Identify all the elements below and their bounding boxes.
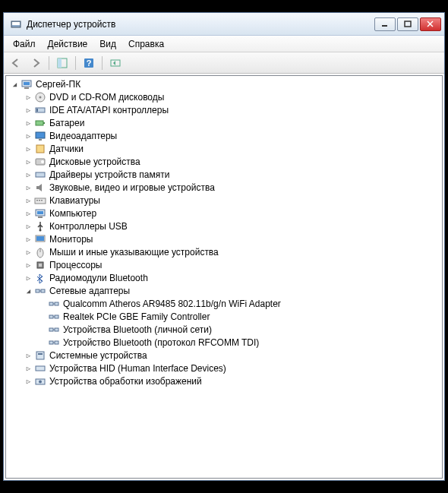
tree-category-node[interactable]: ▷ Батареи xyxy=(8,116,440,129)
expand-icon[interactable]: ▷ xyxy=(23,233,34,245)
svg-rect-47 xyxy=(55,315,58,318)
toolbar-separator xyxy=(49,56,49,70)
expand-icon[interactable]: ▷ xyxy=(23,246,34,258)
svg-rect-44 xyxy=(55,302,58,305)
expand-icon[interactable]: ▷ xyxy=(23,117,34,128)
tree-node-label: IDE ATA/ATAPI контроллеры xyxy=(49,105,169,115)
svg-rect-29 xyxy=(41,200,43,201)
tree-category-node[interactable]: ▷ Клавиатуры xyxy=(8,194,440,207)
expand-icon[interactable]: ▷ xyxy=(23,362,34,374)
tree-device-node[interactable]: Realtek PCIe GBE Family Controller xyxy=(8,310,440,323)
network-adapter-icon xyxy=(48,324,60,336)
expand-icon[interactable]: ▷ xyxy=(23,349,34,361)
expand-icon[interactable]: ▷ xyxy=(23,259,34,270)
tree-node-label: Устройства HID (Human Interface Devices) xyxy=(49,363,226,374)
tree-node-label: Устройства обработки изображений xyxy=(49,376,202,387)
tree-category-node[interactable]: ▷ Датчики xyxy=(8,142,440,155)
svg-rect-55 xyxy=(36,352,44,359)
imaging-icon xyxy=(34,375,46,387)
tree-category-node[interactable]: ▷ Процессоры xyxy=(8,258,440,271)
expand-icon[interactable]: ▷ xyxy=(23,143,34,154)
tree-node-label: Процессоры xyxy=(49,260,103,270)
tree-node-label: Дисковые устройства xyxy=(49,156,140,167)
collapse-icon[interactable]: ◢ xyxy=(23,285,34,296)
tree-root-node[interactable]: ◢ Сергей-ПК xyxy=(8,77,440,90)
expand-icon[interactable]: ▷ xyxy=(23,91,34,103)
tree-node-label: DVD и CD-ROM дисководы xyxy=(49,92,164,103)
tree-category-node[interactable]: ▷ Устройства HID (Human Interface Device… xyxy=(8,362,440,374)
tree-node-label: Звуковые, видео и игровые устройства xyxy=(49,182,215,193)
tree-category-node[interactable]: ▷ IDE ATA/ATAPI контроллеры xyxy=(8,103,440,116)
svg-rect-25 xyxy=(36,172,45,177)
menu-view[interactable]: Вид xyxy=(93,37,122,51)
expand-icon[interactable]: ▷ xyxy=(23,104,34,115)
tree-category-node[interactable]: ▷ Устройства обработки изображений xyxy=(8,374,440,387)
svg-rect-57 xyxy=(36,366,45,371)
svg-rect-13 xyxy=(24,87,29,89)
device-tree[interactable]: ◢ Сергей-ПК ▷ DVD и CD-ROM дисководы ▷ I… xyxy=(5,75,443,479)
expand-icon[interactable]: ▷ xyxy=(23,169,34,180)
menu-help[interactable]: Справка xyxy=(122,37,170,51)
svg-rect-46 xyxy=(49,315,53,318)
expand-icon[interactable]: ▷ xyxy=(23,182,34,193)
tree-node-label: Устройство Bluetooth (протокол RFCOMM TD… xyxy=(63,337,259,348)
tree-category-node[interactable]: ▷ Видеоадаптеры xyxy=(8,129,440,142)
tree-category-node[interactable]: ▷ Радиомодули Bluetooth xyxy=(8,271,440,284)
menu-file[interactable]: Файл xyxy=(7,37,42,51)
tree-node-label: Qualcomm Atheros AR9485 802.11b/g/n WiFi… xyxy=(63,299,281,309)
usb-icon xyxy=(34,220,46,232)
tree-device-node[interactable]: Устройства Bluetooth (личной сети) xyxy=(8,323,440,336)
svg-point-15 xyxy=(39,96,42,98)
tree-category-node[interactable]: ▷ Системные устройства xyxy=(8,349,440,362)
maximize-button[interactable] xyxy=(397,17,418,31)
tree-device-node[interactable]: Устройство Bluetooth (протокол RFCOMM TD… xyxy=(8,336,440,349)
close-button[interactable] xyxy=(420,17,441,31)
mouse-icon xyxy=(34,246,46,258)
svg-point-33 xyxy=(39,229,42,231)
network-adapter-icon xyxy=(48,311,60,323)
tree-category-node[interactable]: ◢ Сетевые адаптеры xyxy=(8,284,440,297)
tree-node-label: Мыши и иные указывающие устройства xyxy=(49,247,219,258)
tree-node-label: Компьютер xyxy=(49,208,96,219)
tree-node-label: Видеоадаптеры xyxy=(49,131,117,141)
window-controls xyxy=(374,17,441,31)
expand-icon[interactable]: ▷ xyxy=(23,375,34,387)
svg-rect-50 xyxy=(55,328,58,331)
svg-rect-53 xyxy=(55,341,58,344)
expand-icon[interactable]: ▷ xyxy=(23,130,34,141)
menu-action[interactable]: Действие xyxy=(42,37,94,51)
toolbar: ? xyxy=(4,52,444,74)
back-button[interactable] xyxy=(7,55,25,71)
tree-category-node[interactable]: ▷ Дисковые устройства xyxy=(8,155,440,168)
svg-rect-49 xyxy=(49,328,53,331)
svg-rect-41 xyxy=(41,289,45,292)
tree-category-node[interactable]: ▷ Мыши и иные указывающие устройства xyxy=(8,245,440,258)
expand-icon[interactable]: ▷ xyxy=(23,272,34,283)
hid-icon xyxy=(34,362,46,374)
collapse-icon[interactable]: ◢ xyxy=(9,78,21,90)
bluetooth-icon xyxy=(34,272,46,284)
tree-node-label: Батареи xyxy=(49,118,84,128)
tree-node-label: Мониторы xyxy=(49,234,93,245)
tree-category-node[interactable]: ▷ Компьютер xyxy=(8,207,440,220)
tree-category-node[interactable]: ▷ Контроллеры USB xyxy=(8,220,440,232)
show-hide-console-tree-button[interactable] xyxy=(53,55,71,71)
forward-button[interactable] xyxy=(27,55,45,71)
tree-category-node[interactable]: ▷ DVD и CD-ROM дисководы xyxy=(8,90,440,103)
tree-category-node[interactable]: ▷ Драйверы устройств памяти xyxy=(8,168,440,181)
expand-icon[interactable]: ▷ xyxy=(23,220,34,232)
expand-icon[interactable]: ▷ xyxy=(23,194,34,206)
svg-rect-21 xyxy=(39,139,42,141)
device-manager-window: Диспетчер устройств Файл Действие Вид Сп… xyxy=(3,12,445,481)
network-adapter-icon xyxy=(48,337,60,349)
minimize-button[interactable] xyxy=(374,17,396,31)
expand-icon[interactable]: ▷ xyxy=(23,156,34,167)
tree-device-node[interactable]: Qualcomm Atheros AR9485 802.11b/g/n WiFi… xyxy=(8,297,440,310)
tree-category-node[interactable]: ▷ Звуковые, видео и игровые устройства xyxy=(8,181,440,194)
display-icon xyxy=(34,130,46,142)
tree-category-node[interactable]: ▷ Мониторы xyxy=(8,232,440,245)
scan-hardware-button[interactable] xyxy=(106,55,125,71)
titlebar[interactable]: Диспетчер устройств xyxy=(4,13,444,36)
help-button[interactable]: ? xyxy=(80,55,98,71)
expand-icon[interactable]: ▷ xyxy=(23,207,34,219)
